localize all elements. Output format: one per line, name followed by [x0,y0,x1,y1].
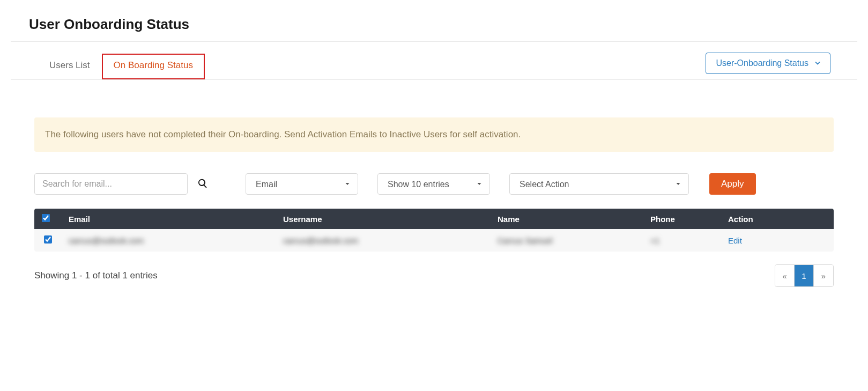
column-filter-select[interactable]: Email [246,173,358,195]
select-all-checkbox[interactable] [42,214,50,222]
header-name: Name [490,209,643,229]
header-action: Action [721,209,834,229]
search-button[interactable] [195,176,210,193]
entries-select[interactable]: Show 10 entries [377,173,490,195]
search-input[interactable] [34,173,188,195]
search-icon [197,178,208,189]
cell-phone: +1 [643,229,721,252]
user-onboarding-status-dropdown[interactable]: User-Onboarding Status [706,53,830,74]
tab-users-list[interactable]: Users List [38,54,102,79]
apply-button[interactable]: Apply [709,173,756,195]
row-checkbox-cell [34,229,61,252]
header-checkbox-cell [34,209,61,229]
row-checkbox[interactable] [44,235,52,244]
tab-onboarding-status[interactable]: On Boarding Status [102,54,205,79]
controls-row: Email Show 10 entries Select Action Appl… [34,173,834,195]
cell-name: Carcus Samuel [490,229,643,252]
showing-text: Showing 1 - 1 of total 1 entries [34,270,158,281]
info-banner: The following users have not completed t… [34,117,834,152]
pagination-next[interactable]: » [814,265,833,286]
table-row: carcus@outlook.com carcus@outlook.com Ca… [34,229,834,252]
bulk-action-select[interactable]: Select Action [509,173,689,195]
pagination: « 1 » [775,264,834,287]
edit-link[interactable]: Edit [728,236,742,245]
pagination-page-1[interactable]: 1 [795,265,814,286]
table-header-row: Email Username Name Phone Action [34,209,834,229]
header-phone: Phone [643,209,721,229]
users-table: Email Username Name Phone Action carcus@… [34,209,834,252]
cell-email: carcus@outlook.com [61,229,276,252]
dropdown-label: User-Onboarding Status [716,58,808,68]
page-title: User Onboarding Status [29,16,839,33]
cell-username: carcus@outlook.com [276,229,490,252]
chevron-down-icon [814,60,821,67]
tabs-row: Users List On Boarding Status User-Onboa… [11,42,857,80]
header-email: Email [61,209,276,229]
cell-action: Edit [721,229,834,252]
header-username: Username [276,209,490,229]
tabs: Users List On Boarding Status [38,53,205,79]
table-footer: Showing 1 - 1 of total 1 entries « 1 » [34,252,834,308]
pagination-prev[interactable]: « [775,265,795,286]
